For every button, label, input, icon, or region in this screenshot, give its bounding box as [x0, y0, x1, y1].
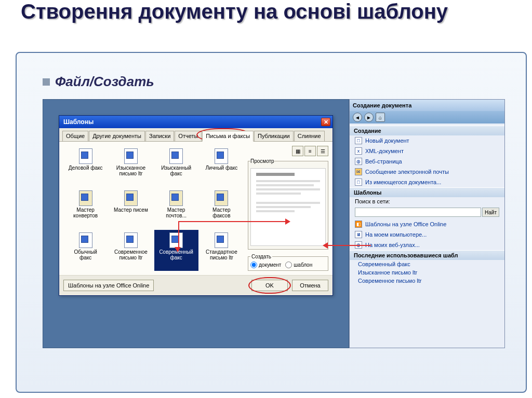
- document-icon: [124, 232, 138, 248]
- view-toggle: ▦ ≡ ☰: [248, 146, 328, 156]
- recent-item[interactable]: Современное письмо ltr: [350, 277, 504, 285]
- tp-item-webpage[interactable]: ◍Веб-страница: [350, 156, 504, 167]
- document-icon: [79, 148, 92, 164]
- tp-item-on-websites[interactable]: ◍На моих веб-узлах...: [350, 240, 504, 250]
- wizard-icon: [124, 190, 138, 206]
- templates-dialog: Шаблоны ✕ Общие Другие документы Записки…: [59, 115, 333, 296]
- cancel-button[interactable]: Отмена: [292, 280, 328, 291]
- dialog-body: Деловой факс Изысканное письмо ltr Изыск…: [59, 142, 332, 275]
- template-item[interactable]: Мастер почтов...: [154, 188, 198, 229]
- preview-thumb: [250, 168, 326, 246]
- mail-icon: ✉: [355, 168, 362, 175]
- office-icon: ◧: [355, 221, 362, 228]
- radio-template[interactable]: шаблон: [285, 262, 312, 268]
- home-icon[interactable]: ⌂: [376, 113, 385, 122]
- preview-label: Просмотр: [250, 158, 274, 164]
- section-create: Создание: [350, 126, 504, 135]
- document-icon: [169, 232, 183, 248]
- wizard-icon: [215, 190, 228, 206]
- forward-icon[interactable]: ►: [364, 113, 374, 122]
- details-view-icon[interactable]: ☰: [317, 146, 328, 156]
- search-button[interactable]: Найт: [482, 208, 499, 217]
- search-input[interactable]: [355, 208, 481, 217]
- close-icon[interactable]: ✕: [321, 118, 330, 126]
- computer-icon: 🖥: [355, 231, 362, 238]
- tp-item-office-online[interactable]: ◧Шаблоны на узле Office Online: [350, 219, 504, 229]
- tp-item-email[interactable]: ✉Сообщение электронной почты: [350, 167, 504, 177]
- recent-item[interactable]: Современный факс: [350, 260, 504, 268]
- menu-path-bullet: Файл/Создать: [43, 74, 510, 90]
- document-icon: [124, 148, 138, 164]
- document-icon: [215, 148, 228, 164]
- office-online-button[interactable]: Шаблоны на узле Office Online: [63, 280, 154, 291]
- slide-title: Створення документу на основі шаблону: [21, 0, 448, 23]
- create-group: Создать документ шаблон: [248, 254, 328, 271]
- list-view-icon[interactable]: ≡: [304, 146, 316, 156]
- wizard-icon: [169, 190, 183, 206]
- template-item[interactable]: Деловой факс: [63, 146, 108, 187]
- template-item[interactable]: Современное письмо ltr: [109, 230, 153, 271]
- tab-reports[interactable]: Отчеты: [175, 131, 202, 141]
- dialog-right-column: ▦ ≡ ☰ Просмотр: [248, 146, 328, 271]
- tp-item-xml[interactable]: xXML-документ: [350, 146, 504, 156]
- template-item[interactable]: Личный факс: [200, 146, 244, 187]
- section-recent: Последние использовавшиеся шабл: [350, 250, 504, 260]
- tp-item-new-doc[interactable]: □Новый документ: [350, 135, 504, 146]
- dialog-footer: Шаблоны на узле Office Online OK Отмена: [59, 275, 332, 295]
- bullet-mark-icon: [43, 78, 50, 86]
- taskpane-body: Создание □Новый документ xXML-документ ◍…: [350, 123, 504, 348]
- search-row: Найт: [350, 205, 504, 219]
- template-item[interactable]: Стандартное письмо ltr: [200, 230, 244, 271]
- large-icons-icon[interactable]: ▦: [292, 146, 303, 156]
- create-label: Создать: [250, 254, 272, 259]
- dialog-title: Шаблоны: [63, 118, 94, 126]
- slide-content-frame: Файл/Создать Шаблоны ✕ Общие Другие доку…: [16, 52, 527, 393]
- template-item[interactable]: Изысканное письмо ltr: [109, 146, 153, 187]
- document-icon: □: [355, 137, 362, 144]
- recent-item[interactable]: Изысканное письмо ltr: [350, 268, 504, 277]
- document-icon: □: [355, 179, 362, 186]
- xml-icon: x: [355, 147, 362, 155]
- dialog-tabs: Общие Другие документы Записки Отчеты Пи…: [59, 128, 332, 142]
- template-item[interactable]: Изысканный факс: [154, 146, 198, 187]
- preview-group: Просмотр: [248, 158, 328, 250]
- word-window-bg: Шаблоны ✕ Общие Другие документы Записки…: [43, 99, 349, 348]
- bullet-text: Файл/Создать: [55, 74, 154, 90]
- tab-publications[interactable]: Публикации: [254, 131, 294, 141]
- template-item[interactable]: Обычный факс: [63, 230, 108, 271]
- template-item[interactable]: Мастер конвертов: [63, 188, 108, 229]
- taskpane-title: Создание документа: [350, 100, 504, 111]
- tab-memos[interactable]: Записки: [145, 131, 174, 141]
- section-templates: Шаблоны: [350, 187, 504, 197]
- tab-general[interactable]: Общие: [62, 131, 88, 141]
- template-item[interactable]: Мастер писем: [109, 188, 153, 229]
- document-icon: [169, 148, 183, 164]
- screenshot-composite: Шаблоны ✕ Общие Другие документы Записки…: [43, 99, 510, 348]
- globe-icon: ◍: [355, 158, 362, 165]
- search-label: Поиск в сети:: [350, 197, 504, 205]
- back-icon[interactable]: ◄: [353, 113, 362, 122]
- wizard-icon: [79, 190, 92, 206]
- document-icon: [215, 232, 228, 248]
- tab-other-docs[interactable]: Другие документы: [89, 131, 145, 141]
- template-grid: Деловой факс Изысканное письмо ltr Изыск…: [63, 146, 244, 271]
- ok-cancel-group: OK Отмена: [251, 280, 328, 291]
- document-icon: [79, 232, 92, 248]
- ok-button[interactable]: OK: [251, 280, 288, 291]
- taskpane-nav: ◄ ► ⌂: [350, 111, 504, 123]
- template-item[interactable]: Мастер факсов: [200, 188, 244, 229]
- tp-item-on-computer[interactable]: 🖥На моем компьютере...: [350, 229, 504, 240]
- new-document-taskpane: Создание документа ◄ ► ⌂ Создание □Новый…: [349, 99, 505, 348]
- radio-document[interactable]: документ: [250, 262, 281, 268]
- tab-letters-faxes[interactable]: Письма и факсы: [202, 131, 254, 142]
- dialog-titlebar[interactable]: Шаблоны ✕: [59, 116, 332, 128]
- tab-merge[interactable]: Слияние: [294, 131, 325, 141]
- slide: Створення документу на основі шаблону Фа…: [0, 0, 532, 398]
- tp-item-from-existing[interactable]: □Из имеющегося документа...: [350, 177, 504, 187]
